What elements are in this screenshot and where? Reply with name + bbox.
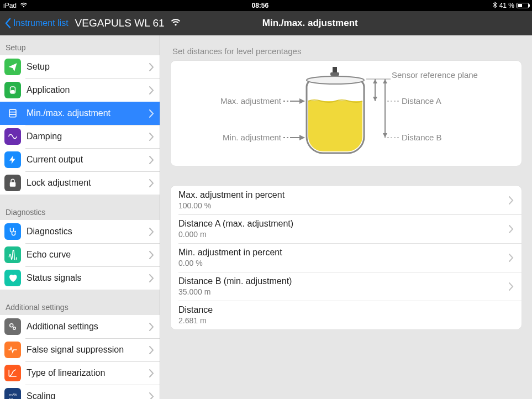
chevron-right-icon [149,274,154,282]
chevron-right-icon [149,346,154,354]
svg-point-8 [13,327,16,330]
setting-row[interactable]: Max. adjustment in percent100.00 % [171,186,522,214]
chevron-right-icon [149,392,154,400]
chevron-right-icon [149,63,154,71]
svg-point-14 [307,76,364,84]
sidebar-item-diagnostics[interactable]: Diagnostics [0,220,160,243]
sidebar-item-label: Damping [27,132,149,141]
svg-rect-13 [330,72,339,76]
sidebar-item-minmax[interactable]: Min./max. adjustment [0,102,160,125]
sidebar-item-label: Lock adjustment [27,178,149,188]
sidebar-item-label: Additional settings [27,322,149,332]
svg-rect-1 [10,90,15,93]
gears-icon [4,318,21,335]
sidebar-item-label: Diagnostics [27,227,149,237]
sidebar-item-label: Setup [27,62,149,72]
sidebar-item-scaling[interactable]: mAkg%Scaling [0,385,160,399]
chevron-right-icon [149,86,154,95]
bolt-icon [4,151,21,168]
bluetooth-icon [493,2,497,10]
battery-icon [517,3,529,8]
chevron-right-icon [149,109,154,118]
section-header: Diagnostics [0,195,160,220]
min-adjustment-label: Min. adjustment [223,133,282,142]
setting-title: Min. adjustment in percent [178,248,509,258]
setting-value: 100.00 % [178,201,509,210]
setting-title: Distance B (min. adjustment) [178,276,509,286]
pulse-icon [4,342,21,358]
page-title: Min./max. adjustment [93,18,528,29]
statusbar: iPad 08:56 41 % [0,0,532,11]
tank-diagram: Max. adjustment Min. adjustment Sensor r… [171,61,522,166]
device-label: iPad [3,2,17,9]
sidebar-item-status[interactable]: Status signals [0,266,160,290]
section-header: Additional settings [0,290,160,315]
settings-list: Max. adjustment in percent100.00 %Distan… [170,185,522,330]
sidebar[interactable]: SetupSetupApplicationMin./max. adjustmen… [0,35,160,399]
chevron-right-icon [149,323,154,331]
back-label: Instrument list [13,18,69,28]
setting-value: 35.000 m [178,287,509,296]
sidebar-item-current[interactable]: Current output [0,148,160,171]
max-adjustment-label: Max. adjustment [220,96,281,106]
adjust-icon [4,105,21,122]
echo-icon [4,246,21,263]
sidebar-item-echo[interactable]: Echo curve [0,243,160,266]
svg-marker-25 [299,135,305,140]
setting-value: 0.000 m [178,230,509,239]
sidebar-item-label: False signal suppression [27,345,149,355]
sidebar-item-linearization[interactable]: Type of linearization [0,361,160,385]
setting-row: Distance2.681 m [171,301,522,329]
sidebar-item-label: Echo curve [27,250,149,260]
sidebar-item-false-signal[interactable]: False signal suppression [0,338,160,361]
svg-rect-12 [333,67,337,72]
wifi-icon [20,2,28,9]
chevron-right-icon [149,228,154,236]
sidebar-item-label: Application [27,85,149,95]
setting-value: 2.681 m [178,316,514,325]
setting-row[interactable]: Distance A (max. adjustment)0.000 m [171,214,522,243]
distance-b-label: Distance B [402,133,442,142]
chevron-right-icon [509,254,514,262]
scale-icon: mAkg% [4,388,21,399]
svg-point-7 [10,324,13,327]
chevron-right-icon [149,179,154,187]
chevron-right-icon [149,251,154,259]
chevron-right-icon [509,196,514,204]
svg-marker-16 [373,97,377,101]
sidebar-item-setup[interactable]: Setup [0,55,160,78]
sensor-ref-label: Sensor reference plane [392,70,478,80]
stethoscope-icon [4,223,21,240]
sidebar-item-lock[interactable]: Lock adjustment [0,171,160,195]
diagram-card: Max. adjustment Min. adjustment Sensor r… [170,60,522,166]
status-time: 08:56 [28,2,493,9]
svg-marker-20 [383,79,387,83]
svg-marker-22 [299,98,305,104]
sidebar-item-label: Min./max. adjustment [27,108,149,118]
svg-marker-17 [373,79,377,83]
svg-marker-19 [383,133,387,138]
back-button[interactable]: Instrument list [4,18,69,29]
sidebar-item-label: Scaling [27,391,149,399]
wave-icon [4,128,21,145]
sidebar-item-label: Current output [27,155,149,165]
setting-title: Max. adjustment in percent [178,190,509,200]
setting-title: Distance A (max. adjustment) [178,219,509,229]
chevron-right-icon [149,369,154,377]
sidebar-item-label: Type of linearization [27,368,149,378]
svg-rect-2 [9,109,16,117]
lock-icon [4,175,21,191]
curve-icon [4,365,21,381]
battery-percent: 41 % [499,2,514,9]
setting-row[interactable]: Min. adjustment in percent0.00 % [171,243,522,272]
setting-row[interactable]: Distance B (min. adjustment)35.000 m [171,272,522,301]
section-header: Setup [0,35,160,55]
sidebar-item-application[interactable]: Application [0,78,160,102]
setting-value: 0.00 % [178,259,509,267]
sidebar-item-additional[interactable]: Additional settings [0,315,160,338]
content-pane: Set distances for level percentages [160,35,532,399]
tank-icon [4,82,21,98]
sidebar-item-damping[interactable]: Damping [0,125,160,148]
heart-icon [4,270,21,286]
chevron-right-icon [509,282,514,291]
